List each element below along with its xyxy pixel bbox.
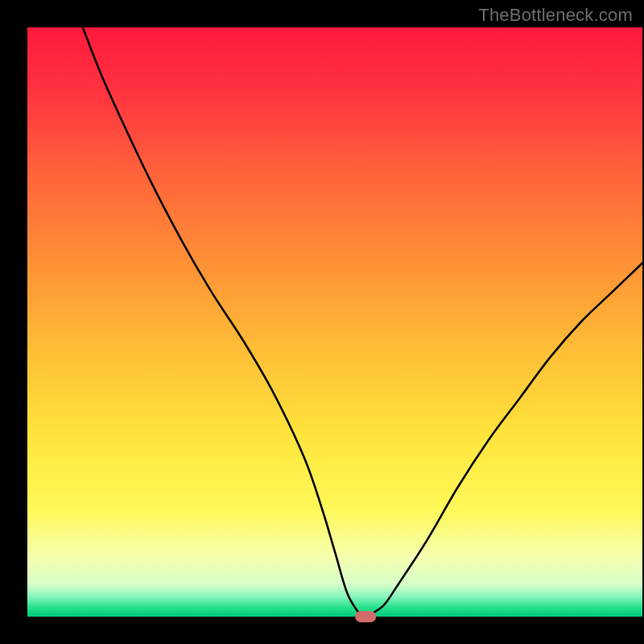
optimal-marker [355,611,376,622]
chart-frame: TheBottleneck.com [0,0,644,644]
bottleneck-chart [0,0,644,644]
